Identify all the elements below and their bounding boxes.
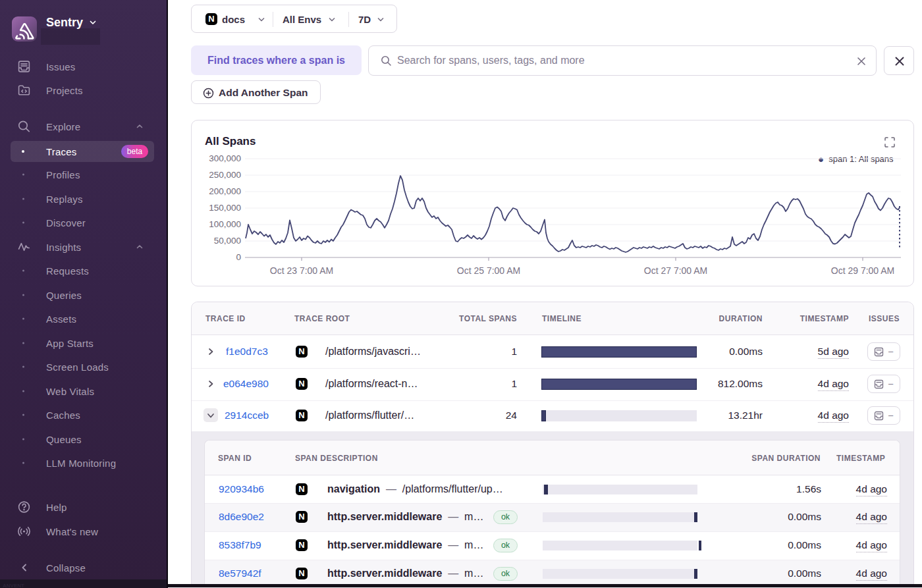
svg-text:Oct 25 7:00 AM: Oct 25 7:00 AM bbox=[457, 265, 521, 276]
svg-text:200,000: 200,000 bbox=[209, 186, 241, 196]
svg-text:50,000: 50,000 bbox=[214, 236, 241, 246]
svg-text:Oct 27 7:00 AM: Oct 27 7:00 AM bbox=[644, 265, 708, 276]
svg-text:Oct 23 7:00 AM: Oct 23 7:00 AM bbox=[270, 265, 334, 276]
svg-text:300,000: 300,000 bbox=[209, 153, 241, 163]
svg-text:150,000: 150,000 bbox=[209, 203, 241, 213]
svg-text:100,000: 100,000 bbox=[209, 219, 241, 229]
svg-text:Oct 29 7:00 AM: Oct 29 7:00 AM bbox=[831, 265, 895, 276]
svg-text:0: 0 bbox=[236, 252, 241, 262]
svg-text:250,000: 250,000 bbox=[209, 170, 241, 180]
